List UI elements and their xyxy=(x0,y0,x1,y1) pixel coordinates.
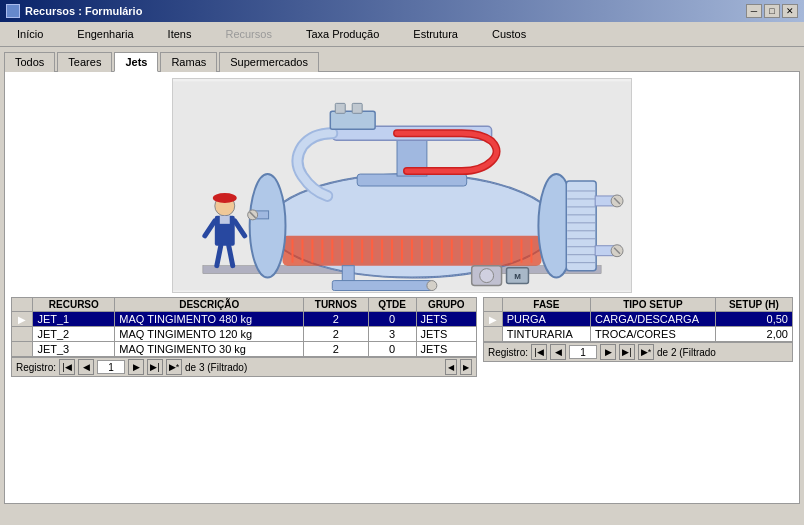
tab-supermercados[interactable]: Supermercados xyxy=(219,52,319,72)
menu-item-engenharia[interactable]: Engenharia xyxy=(60,24,150,44)
nav-prev-button[interactable]: ◀ xyxy=(78,359,94,375)
row-arrow xyxy=(12,342,33,357)
registry-label: Registro: xyxy=(16,362,56,373)
tab-todos[interactable]: Todos xyxy=(4,52,55,72)
cell-grupo: JETS xyxy=(416,327,477,342)
cell-qtde: 0 xyxy=(368,342,416,357)
right-registry-bar: Registro: |◀ ◀ ▶ ▶| ▶* de 2 (Filtrado xyxy=(483,342,793,362)
registry-input-r[interactable] xyxy=(569,345,597,359)
menu-item-estrutura[interactable]: Estrutura xyxy=(396,24,475,44)
table-row[interactable]: JET_3 MAQ TINGIMENTO 30 kg 2 0 JETS xyxy=(12,342,477,357)
menu-item-itens[interactable]: Itens xyxy=(151,24,209,44)
svg-rect-71 xyxy=(330,111,375,129)
tab-ramas[interactable]: Ramas xyxy=(160,52,217,72)
row-arrow-r xyxy=(484,327,503,342)
col-grupo-header: GRUPO xyxy=(416,298,477,312)
svg-rect-35 xyxy=(566,181,596,271)
cell-turnos: 2 xyxy=(304,312,369,327)
nav-first-button-r[interactable]: |◀ xyxy=(531,344,547,360)
cell-descricao: MAQ TINGIMENTO 30 kg xyxy=(115,342,304,357)
cell-recurso: JET_2 xyxy=(33,327,115,342)
table-row[interactable]: JET_2 MAQ TINGIMENTO 120 kg 2 3 JETS xyxy=(12,327,477,342)
svg-point-58 xyxy=(427,280,437,290)
minimize-button[interactable]: ─ xyxy=(746,4,762,18)
cell-turnos: 2 xyxy=(304,342,369,357)
nav-prev-button-r[interactable]: ◀ xyxy=(550,344,566,360)
cell-turnos: 2 xyxy=(304,327,369,342)
menu-item-recursos[interactable]: Recursos xyxy=(208,24,288,44)
content-area: M xyxy=(4,71,800,504)
scroll-right-button[interactable]: ▶ xyxy=(460,359,472,375)
maximize-button[interactable]: □ xyxy=(764,4,780,18)
row-arrow-r: ▶ xyxy=(484,312,503,327)
table-row[interactable]: ▶ JET_1 MAQ TINGIMENTO 480 kg 2 0 JETS xyxy=(12,312,477,327)
fases-table: FASE TIPO SETUP SETUP (H) ▶ PURGA CARGA/… xyxy=(483,297,793,342)
table-row[interactable]: ▶ PURGA CARGA/DESCARGA 0,50 xyxy=(484,312,793,327)
cell-recurso: JET_3 xyxy=(33,342,115,357)
nav-next-button[interactable]: ▶ xyxy=(128,359,144,375)
window-title: Recursos : Formulário xyxy=(25,5,142,17)
left-registry-bar: Registro: |◀ ◀ ▶ ▶| ▶* de 3 (Filtrado) ◀… xyxy=(11,357,477,377)
row-arrow xyxy=(12,327,33,342)
registry-input[interactable] xyxy=(97,360,125,374)
tab-bar: Todos Teares Jets Ramas Supermercados xyxy=(0,47,804,71)
nav-first-button[interactable]: |◀ xyxy=(59,359,75,375)
app-icon xyxy=(6,4,20,18)
svg-point-33 xyxy=(250,174,286,278)
cell-qtde: 0 xyxy=(368,312,416,327)
close-button[interactable]: ✕ xyxy=(782,4,798,18)
col-arrow-header-r xyxy=(484,298,503,312)
col-fase-header: FASE xyxy=(502,298,590,312)
cell-grupo: JETS xyxy=(416,312,477,327)
nav-last-button-r[interactable]: ▶| xyxy=(619,344,635,360)
cell-recurso: JET_1 xyxy=(33,312,115,327)
title-bar-buttons: ─ □ ✕ xyxy=(746,4,798,18)
svg-rect-53 xyxy=(332,280,432,290)
cell-fase: TINTURARIA xyxy=(502,327,590,342)
nav-new-button-r[interactable]: ▶* xyxy=(638,344,654,360)
tab-teares[interactable]: Teares xyxy=(57,52,112,72)
menu-item-custos[interactable]: Custos xyxy=(475,24,543,44)
left-table-container: RECURSO DESCRIÇÃO TURNOS QTDE GRUPO ▶ JE… xyxy=(11,297,477,497)
svg-text:M: M xyxy=(514,271,521,280)
col-recurso-header: RECURSO xyxy=(33,298,115,312)
svg-rect-67 xyxy=(217,196,233,200)
machine-diagram-container: M xyxy=(172,78,632,293)
col-descricao-header: DESCRIÇÃO xyxy=(115,298,304,312)
cell-grupo: JETS xyxy=(416,342,477,357)
col-tipo-setup-header: TIPO SETUP xyxy=(591,298,716,312)
cell-setup-h: 2,00 xyxy=(715,327,792,342)
menu-bar: Início Engenharia Itens Recursos Taxa Pr… xyxy=(0,22,804,47)
col-arrow-header xyxy=(12,298,33,312)
col-setup-h-header: SETUP (H) xyxy=(715,298,792,312)
col-turnos-header: TURNOS xyxy=(304,298,369,312)
cell-tipo-setup: TROCA/CORES xyxy=(591,327,716,342)
registry-label-r: Registro: xyxy=(488,347,528,358)
cell-setup-h: 0,50 xyxy=(715,312,792,327)
cell-descricao: MAQ TINGIMENTO 480 kg xyxy=(115,312,304,327)
menu-item-inicio[interactable]: Início xyxy=(0,24,60,44)
recursos-table: RECURSO DESCRIÇÃO TURNOS QTDE GRUPO ▶ JE… xyxy=(11,297,477,357)
nav-new-button[interactable]: ▶* xyxy=(166,359,182,375)
table-row[interactable]: TINTURARIA TROCA/CORES 2,00 xyxy=(484,327,793,342)
svg-point-55 xyxy=(480,268,494,282)
nav-last-button[interactable]: ▶| xyxy=(147,359,163,375)
tables-section: RECURSO DESCRIÇÃO TURNOS QTDE GRUPO ▶ JE… xyxy=(11,297,793,497)
cell-qtde: 3 xyxy=(368,327,416,342)
title-bar: Recursos : Formulário ─ □ ✕ xyxy=(0,0,804,22)
nav-next-button-r[interactable]: ▶ xyxy=(600,344,616,360)
scroll-left-button[interactable]: ◀ xyxy=(445,359,457,375)
row-arrow: ▶ xyxy=(12,312,33,327)
registry-total-r: de 2 (Filtrado xyxy=(657,347,716,358)
svg-rect-73 xyxy=(352,103,362,113)
machine-diagram-svg: M xyxy=(173,81,631,291)
col-qtde-header: QTDE xyxy=(368,298,416,312)
svg-rect-72 xyxy=(335,103,345,113)
cell-tipo-setup: CARGA/DESCARGA xyxy=(591,312,716,327)
right-table-container: FASE TIPO SETUP SETUP (H) ▶ PURGA CARGA/… xyxy=(483,297,793,497)
menu-item-taxa-producao[interactable]: Taxa Produção xyxy=(289,24,396,44)
registry-total: de 3 (Filtrado) xyxy=(185,362,247,373)
cell-fase: PURGA xyxy=(502,312,590,327)
tab-jets[interactable]: Jets xyxy=(114,52,158,72)
svg-rect-61 xyxy=(220,215,230,223)
